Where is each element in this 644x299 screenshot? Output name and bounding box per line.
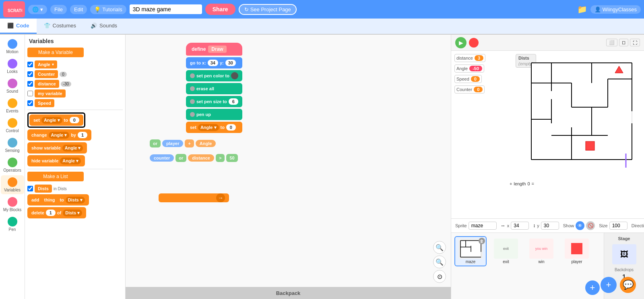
goto-x-value[interactable]: 34	[208, 60, 218, 66]
set-pen-color-block[interactable]: set pen color to	[186, 70, 242, 81]
zoom-out-button[interactable]: 🔍	[433, 255, 446, 268]
zoom-center-button[interactable]: ⊙	[433, 270, 446, 283]
counter-ref-block[interactable]: counter	[150, 154, 174, 162]
sprite-thumb-player[interactable]: player	[561, 236, 593, 266]
green-flag-button[interactable]: ▶	[455, 37, 466, 48]
or-block-1[interactable]: or	[150, 139, 161, 147]
set-angle-value[interactable]: 0	[70, 117, 79, 123]
set-pen-size-block[interactable]: set pen size to 6	[186, 96, 242, 107]
define-draw-block[interactable]: define Draw	[186, 43, 242, 56]
backpack-bar[interactable]: Backpack	[126, 287, 451, 299]
angle-ref-block[interactable]: Angle	[196, 140, 216, 147]
add-to-list-block[interactable]: add thing to Dists ▾	[27, 194, 89, 206]
add-backdrop-button[interactable]: +	[601, 277, 617, 293]
size-input[interactable]	[609, 222, 627, 230]
stage-thumbnail[interactable]: 🖼	[612, 244, 636, 264]
gt-block[interactable]: >	[216, 154, 225, 162]
set-angle-ws-value[interactable]: 0	[226, 124, 236, 131]
change-angle-dropdown[interactable]: Angle ▾	[49, 132, 70, 139]
share-button[interactable]: Share	[205, 4, 235, 15]
edit-menu-button[interactable]: Edit	[70, 5, 87, 14]
chat-button[interactable]: 💬	[620, 277, 636, 293]
pen-size-value[interactable]: 6	[229, 98, 238, 105]
add-thing-value[interactable]: thing	[41, 197, 58, 203]
make-list-button[interactable]: Make a List	[27, 172, 84, 181]
hide-variable-dropdown[interactable]: Angle ▾	[60, 158, 81, 164]
goto-xy-block[interactable]: go to x: 34 y: 30	[186, 57, 242, 69]
delete-value[interactable]: 1	[46, 210, 56, 216]
tab-sounds[interactable]: 🔊 Sounds	[83, 19, 124, 34]
chain-block[interactable]: →	[159, 193, 229, 202]
folder-icon[interactable]: 📁	[577, 4, 587, 14]
sidebar-item-motion[interactable]: Motion	[1, 37, 24, 56]
x-coord-input[interactable]	[511, 222, 529, 230]
sidebar-item-events[interactable]: Events	[1, 96, 24, 115]
dists-checkbox[interactable]	[27, 186, 33, 191]
distance-checkbox[interactable]	[27, 81, 33, 87]
distance-ref-block[interactable]: distance	[188, 154, 214, 162]
sidebar-item-pen[interactable]: Pen	[1, 215, 24, 234]
or-block-2[interactable]: or	[175, 154, 186, 162]
plus-block[interactable]: +	[185, 139, 194, 147]
sidebar-item-operators[interactable]: Operators	[1, 156, 24, 174]
pen-color-circle[interactable]	[231, 72, 238, 79]
speed-variable-block[interactable]: Speed	[35, 99, 54, 107]
sprite-thumb-maze[interactable]: 🗑	[454, 236, 487, 266]
zoom-in-button[interactable]: 🔍	[433, 241, 446, 254]
y-coord-input[interactable]	[541, 222, 559, 230]
player-block[interactable]: player	[162, 140, 183, 147]
myvariable-block[interactable]: my variable	[35, 89, 66, 98]
counter-variable-block[interactable]: Counter	[35, 70, 58, 78]
set-angle-block[interactable]: set Angle ▾ to 0	[29, 114, 83, 126]
scratch-logo[interactable]: SCRATCH	[3, 1, 25, 17]
change-angle-block[interactable]: change Angle ▾ by 1	[27, 129, 91, 141]
stop-button[interactable]	[469, 38, 479, 48]
set-angle-to-zero-block[interactable]: set Angle ▾ to 0	[186, 122, 242, 133]
user-badge[interactable]: 👤 WiingyClasses	[590, 5, 641, 14]
pen-up-block[interactable]: pen up	[186, 109, 242, 120]
sidebar-item-sensing[interactable]: Sensing	[1, 136, 24, 155]
stage-small-button[interactable]: ⬜	[606, 39, 617, 46]
dists-list-block[interactable]: Dists	[35, 185, 52, 193]
maze-delete-button[interactable]: 🗑	[479, 238, 485, 244]
add-list-dropdown[interactable]: Dists ▾	[66, 197, 85, 203]
sprite-thumb-exit[interactable]: exit exit	[490, 236, 522, 266]
add-sprite-button[interactable]: +	[585, 280, 600, 295]
hide-button[interactable]: 🚫	[586, 221, 595, 230]
project-name-input[interactable]	[130, 4, 202, 14]
show-variable-dropdown[interactable]: Angle ▾	[62, 145, 83, 152]
goto-y-value[interactable]: 30	[225, 60, 236, 66]
tab-costumes[interactable]: 👕 Costumes	[37, 19, 84, 34]
set-angle-ws-dropdown[interactable]: Angle ▾	[198, 124, 219, 131]
erase-all-block[interactable]: erase all	[186, 83, 242, 94]
sidebar-item-myblocks[interactable]: My Blocks	[1, 195, 24, 214]
sprite-thumb-win[interactable]: you win win	[525, 236, 557, 266]
angle-variable-block[interactable]: Angle ▾	[35, 60, 57, 69]
see-project-button[interactable]: ↻ See Project Page	[239, 4, 297, 15]
globe-button[interactable]: 🌐 ▾	[28, 5, 47, 14]
stage-medium-button[interactable]: ◻	[619, 39, 628, 46]
sidebar-item-variables[interactable]: Variables	[1, 175, 24, 194]
set-angle-dropdown[interactable]: Angle ▾	[41, 117, 62, 124]
sidebar-item-sound[interactable]: Sound	[1, 77, 24, 96]
change-angle-value[interactable]: 1	[78, 132, 87, 138]
file-menu-button[interactable]: File	[50, 5, 67, 14]
sprite-name-input[interactable]	[469, 222, 497, 230]
delete-list-dropdown[interactable]: Dists ▾	[63, 210, 82, 216]
angle-checkbox[interactable]	[27, 62, 33, 67]
distance-variable-block[interactable]: distance	[35, 80, 59, 88]
make-variable-button[interactable]: Make a Variable	[27, 48, 84, 57]
counter-checkbox[interactable]	[27, 71, 33, 77]
sidebar-item-control[interactable]: Control	[1, 116, 24, 135]
tab-code[interactable]: ⬛ Code	[0, 19, 37, 34]
speed-checkbox[interactable]	[27, 100, 33, 106]
gt-val-block[interactable]: 50	[226, 154, 237, 162]
hide-variable-block[interactable]: hide variable Angle ▾	[27, 155, 85, 166]
delete-of-list-block[interactable]: delete 1 of Dists ▾	[27, 207, 86, 218]
stage-fullscreen-button[interactable]: ⛶	[630, 39, 640, 46]
sidebar-item-looks[interactable]: Looks	[1, 57, 24, 76]
tutorials-button[interactable]: 💡 Tutorials	[90, 5, 126, 14]
show-button[interactable]: 👁	[576, 221, 584, 230]
show-variable-block[interactable]: show variable Angle ▾	[27, 142, 87, 154]
myvariable-checkbox[interactable]	[27, 91, 33, 96]
